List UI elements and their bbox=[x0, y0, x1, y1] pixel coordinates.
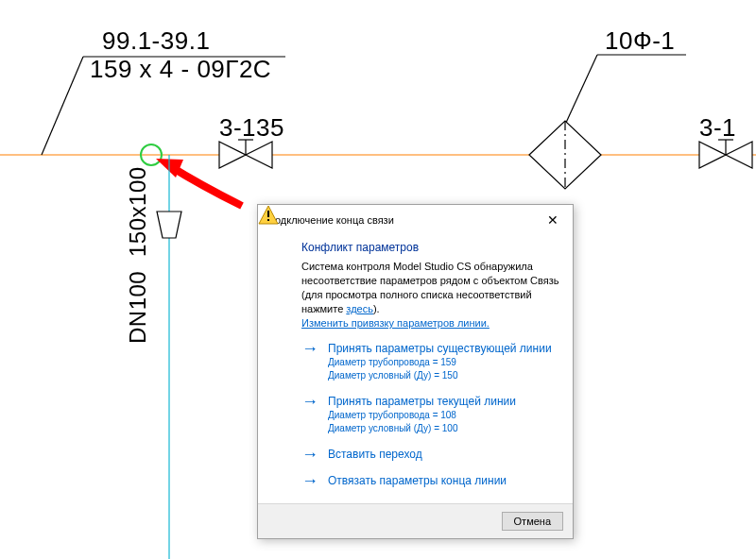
valve-left bbox=[219, 140, 272, 168]
arrow-icon: → bbox=[301, 342, 318, 355]
link-here[interactable]: здесь bbox=[346, 303, 373, 314]
close-icon[interactable]: ✕ bbox=[541, 211, 565, 229]
dialog-heading: Конфликт параметров bbox=[301, 239, 419, 254]
option-accept-current[interactable]: → Принять параметры текущей линии Диамет… bbox=[301, 395, 559, 434]
label-top2: 159 x 4 - 09Г2С bbox=[90, 55, 271, 83]
valve-right-label: 3-1 bbox=[699, 113, 736, 142]
arrow-icon: → bbox=[301, 395, 318, 408]
dialog-description: Система контроля Model Studio CS обнаруж… bbox=[301, 260, 559, 315]
filter-diamond bbox=[529, 121, 601, 189]
svg-rect-9 bbox=[267, 219, 269, 221]
arrow-icon: → bbox=[301, 448, 318, 461]
vtext-lower: DN100 bbox=[125, 271, 150, 344]
cancel-button[interactable]: Отмена bbox=[502, 512, 563, 531]
dialog-footer: Отмена bbox=[258, 503, 573, 538]
option-accept-existing[interactable]: → Принять параметры существующей линии Д… bbox=[301, 342, 559, 381]
label-leader bbox=[42, 57, 83, 155]
label-top1: 99.1-39.1 bbox=[102, 26, 210, 55]
dialog-titlebar: Подключение конца связи ✕ bbox=[258, 205, 573, 235]
link-change-binding[interactable]: Изменить привязку параметров линии. bbox=[301, 317, 490, 329]
option-unbind[interactable]: → Отвязать параметры конца линии bbox=[301, 474, 559, 487]
svg-rect-8 bbox=[267, 211, 269, 217]
warning-icon bbox=[258, 205, 279, 226]
option-insert-transition[interactable]: → Вставить переход bbox=[301, 448, 559, 461]
vtext-upper: 150x100 bbox=[125, 166, 150, 257]
arrow-icon: → bbox=[301, 474, 318, 487]
element-right-label: 10Ф-1 bbox=[605, 26, 675, 55]
dialog-title: Подключение конца связи bbox=[267, 214, 394, 226]
valve-left-label: 3-135 bbox=[219, 113, 284, 142]
conflict-dialog: Подключение конца связи ✕ Конфликт парам… bbox=[257, 204, 574, 539]
reducer-symbol bbox=[157, 212, 181, 238]
elem-right-leader bbox=[565, 55, 597, 125]
valve-right bbox=[699, 140, 752, 168]
